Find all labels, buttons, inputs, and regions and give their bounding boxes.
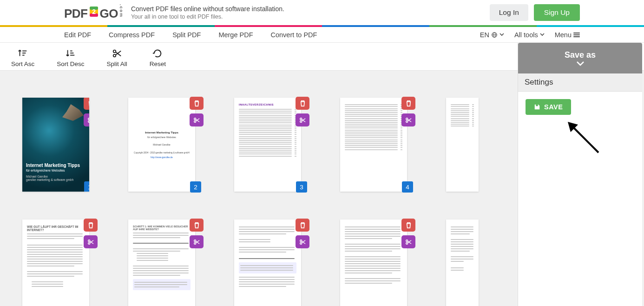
login-button[interactable]: Log In	[490, 4, 528, 21]
delete-page-button[interactable]	[296, 97, 309, 110]
top-bar: PDF 2 GO .com Convert PDF files online w…	[0, 0, 644, 25]
page-number-badge: 1	[84, 181, 89, 192]
chevron-down-icon	[499, 33, 504, 36]
brand-com: .com	[119, 4, 124, 18]
cut-page-button[interactable]	[84, 113, 89, 126]
nav-merge-pdf[interactable]: Merge PDF	[218, 31, 253, 39]
delete-page-button[interactable]	[296, 219, 309, 232]
page-thumbnail-10[interactable]	[446, 220, 479, 306]
page-thumbnail-2[interactable]: Internet Marketing Tipps für erfolgreich…	[128, 98, 195, 192]
page-number-badge: 2	[190, 181, 201, 193]
language-selector[interactable]: EN	[480, 31, 504, 39]
scissors-icon	[193, 117, 200, 124]
chevron-down-icon	[576, 61, 585, 67]
page-number-badge: 3	[296, 181, 307, 193]
scissors-icon	[193, 239, 200, 246]
cut-page-button[interactable]	[296, 113, 309, 126]
globe-icon	[491, 32, 498, 38]
rainbow-strip	[0, 25, 644, 27]
page-thumbnail-3[interactable]: INHALTSVERZEICHNIS 3	[234, 98, 301, 192]
page-thumbnail-7[interactable]: SCHRITT 1: WIE KOMMEN VIELE BESUCHER AUF…	[128, 220, 195, 306]
nav-split-pdf[interactable]: Split PDF	[172, 31, 201, 39]
menu-button[interactable]: Menu	[555, 31, 580, 39]
main-nav: Edit PDF Compress PDF Split PDF Merge PD…	[0, 27, 644, 43]
settings-body: SAVE	[518, 92, 642, 122]
signup-button[interactable]: Sign Up	[534, 4, 580, 21]
trash-icon	[87, 100, 90, 107]
svg-text:2: 2	[92, 8, 96, 15]
svg-point-20	[88, 120, 89, 122]
brand-suffix: GO	[100, 7, 118, 21]
brand-icon: 2	[89, 6, 99, 18]
save-as-dropdown[interactable]: Save as	[518, 43, 642, 73]
page-thumbnail-1[interactable]: Internet Marketing Tipps für erfolgreich…	[22, 98, 89, 192]
chevron-down-icon	[540, 33, 545, 36]
trash-icon	[193, 100, 200, 107]
sort-asc-button[interactable]: Sort Asc	[11, 46, 34, 70]
cut-page-button[interactable]	[190, 235, 204, 248]
sort-asc-icon	[18, 48, 28, 59]
delete-page-button[interactable]	[190, 97, 204, 110]
scissors-icon	[405, 239, 412, 246]
split-all-button[interactable]: Split All	[107, 46, 127, 70]
cover-subtitle: für erfolgreichere Websites	[26, 169, 85, 172]
scissors-icon	[112, 48, 122, 59]
sort-desc-icon	[66, 48, 76, 59]
settings-header: Settings	[518, 73, 642, 92]
scissors-icon	[299, 239, 306, 246]
scissors-icon	[405, 117, 412, 124]
nav-compress-pdf[interactable]: Compress PDF	[109, 31, 155, 39]
scissors-icon	[87, 117, 90, 124]
cut-page-button[interactable]	[401, 235, 415, 248]
cover-title: Internet Marketing Tipps	[26, 163, 85, 168]
delete-page-button[interactable]	[401, 219, 415, 232]
save-icon	[534, 104, 540, 110]
delete-page-button[interactable]	[190, 219, 204, 232]
trash-icon	[405, 222, 412, 229]
cut-page-button[interactable]	[190, 113, 204, 126]
delete-page-button[interactable]	[84, 219, 98, 232]
delete-page-button[interactable]	[84, 98, 89, 110]
page-thumbnail-4[interactable]: 4	[340, 98, 407, 192]
cut-page-button[interactable]	[84, 235, 98, 248]
page-thumbnail-8[interactable]	[234, 220, 301, 306]
tagline-main: Convert PDF files online without softwar…	[131, 5, 284, 13]
page-thumbnail-6[interactable]: WIE GUT LÄUFT IHR GESCHÄFT IM INTERNET?	[22, 220, 89, 306]
nav-convert-pdf[interactable]: Convert to PDF	[271, 31, 317, 39]
scissors-icon	[299, 117, 306, 124]
cut-page-button[interactable]	[296, 235, 309, 248]
hamburger-icon	[573, 33, 580, 37]
trash-icon	[299, 222, 306, 229]
trash-icon	[193, 222, 200, 229]
scissors-icon	[87, 239, 94, 246]
tagline: Convert PDF files online without softwar…	[131, 5, 284, 20]
page-thumbnail-9[interactable]	[340, 220, 407, 306]
reset-icon	[152, 48, 163, 59]
svg-point-19	[88, 118, 89, 120]
all-tools-menu[interactable]: All tools	[514, 31, 545, 39]
nav-edit-pdf[interactable]: Edit PDF	[64, 31, 91, 39]
brand-logo[interactable]: PDF 2 GO .com	[64, 4, 124, 21]
page-grid: Internet Marketing Tipps für erfolgreich…	[0, 84, 516, 306]
right-panel: Save as Settings SAVE	[518, 43, 642, 306]
cut-page-button[interactable]	[401, 113, 415, 126]
page-number-badge: 4	[402, 181, 413, 193]
reset-button[interactable]: Reset	[150, 46, 166, 70]
trash-icon	[299, 100, 306, 107]
trash-icon	[87, 222, 94, 229]
sort-desc-button[interactable]: Sort Desc	[57, 46, 84, 70]
brand-prefix: PDF	[64, 7, 88, 21]
tagline-sub: Your all in one tool to edit PDF files.	[131, 13, 284, 20]
trash-icon	[405, 100, 412, 107]
delete-page-button[interactable]	[401, 97, 415, 110]
page-thumbnail-5[interactable]	[446, 98, 479, 192]
save-button[interactable]: SAVE	[526, 99, 571, 115]
